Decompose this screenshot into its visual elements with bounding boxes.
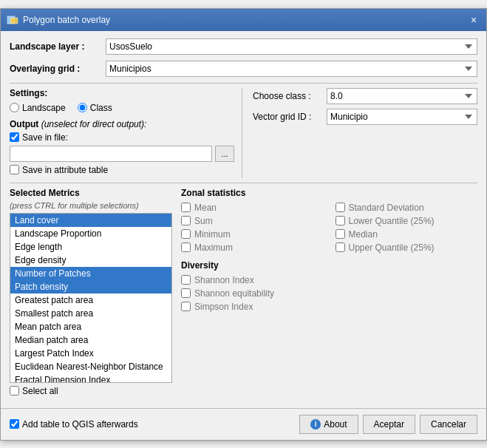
stat-label: Mean [194,203,217,213]
landscape-radio[interactable] [10,103,19,112]
bottom-bar: Add table to QGIS afterwards i About Ace… [1,408,486,440]
diversity-label: Simpson Index [194,302,253,312]
stat-item: Sum [181,216,324,226]
choose-class-select[interactable]: 8.0 [327,88,477,104]
landscape-layer-select[interactable]: UsosSuelo [106,38,477,55]
select-all-row: Select all [10,386,172,396]
choose-class-row: Choose class : 8.0 [253,88,477,104]
select-all-label: Select all [22,386,58,396]
stat-checkbox[interactable] [336,242,345,252]
output-label: Output (unselect for direct output): [10,119,234,129]
list-item[interactable]: Mean patch area [10,320,171,333]
file-path-input[interactable] [10,146,212,162]
stat-item: Standard Deviation [336,203,478,213]
landscape-layer-row: Landscape layer : UsosSuelo [10,38,477,55]
stat-label: Lower Quantile (25%) [349,216,435,226]
metrics-left: Selected Metrics (press CTRL for multipl… [10,188,172,396]
save-attribute-row: Save in attribute table [10,165,234,175]
save-in-file-checkbox[interactable] [10,132,19,142]
file-input-row: ... [10,146,234,162]
divider-2 [10,183,477,183]
file-row: Save in file: [10,132,234,143]
info-icon: i [310,419,321,430]
cancel-button[interactable]: Cancelar [420,415,477,434]
select-all-checkbox[interactable] [10,386,19,396]
stat-label: Sum [194,216,213,226]
class-radio-item: Class [78,103,112,113]
list-item[interactable]: Patch density [10,280,171,293]
dialog-title: Polygon batch overlay [23,15,110,25]
diversity-item: Simpson Index [181,302,477,312]
bottom-left: Add table to QGIS afterwards [10,419,138,430]
diversity-list: Shannon IndexShannon equitabilitySimpson… [181,275,477,312]
landscape-radio-item: Landscape [10,103,66,113]
overlaying-grid-label: Overlaying grid : [10,64,106,74]
diversity-checkbox[interactable] [181,302,191,311]
class-radio[interactable] [78,103,87,112]
list-item[interactable]: Number of Patches [10,267,171,280]
list-item[interactable]: Fractal Dimension Index [10,373,171,383]
stat-label: Standard Deviation [349,203,424,213]
svg-rect-1 [10,18,18,24]
choose-class-label: Choose class : [253,91,327,101]
dialog-body: Landscape layer : UsosSuelo Overlaying g… [1,31,486,404]
save-in-file-label: Save in file: [22,132,68,143]
vector-grid-select[interactable]: Municipio [327,109,477,125]
vector-grid-label: Vector grid ID : [253,112,327,122]
save-attribute-checkbox[interactable] [10,165,19,174]
stats-grid: MeanStandard DeviationSumLower Quantile … [181,203,477,253]
list-item[interactable]: Land cover [10,214,171,227]
selected-metrics-subtitle: (press CTRL for multiple selections) [10,201,172,210]
diversity-checkbox[interactable] [181,288,191,298]
stat-checkbox[interactable] [181,229,191,239]
stat-item: Median [336,229,478,240]
stat-checkbox[interactable] [336,229,345,239]
list-item[interactable]: Edge density [10,254,171,267]
settings-label: Settings: [10,88,234,98]
settings-left: Settings: Landscape Class Output (unsele… [10,88,242,178]
diversity-label: Shannon Index [194,275,254,285]
stat-item: Mean [181,203,324,213]
list-item[interactable]: Edge length [10,240,171,254]
list-item[interactable]: Smallest patch area [10,307,171,320]
stat-checkbox[interactable] [181,203,191,212]
browse-button[interactable]: ... [215,146,234,162]
landscape-radio-label: Landscape [22,103,66,113]
bottom-right: i About Aceptar Cancelar [299,415,477,434]
divider-1 [10,83,477,84]
list-item[interactable]: Median patch area [10,333,171,347]
stat-label: Median [349,229,378,240]
diversity-item: Shannon Index [181,275,477,285]
settings-section: Settings: Landscape Class Output (unsele… [10,88,477,178]
radio-group: Landscape Class [10,103,234,113]
overlaying-grid-row: Overlaying grid : Municipios [10,61,477,77]
stat-label: Upper Quantile (25%) [349,242,435,253]
overlaying-grid-select[interactable]: Municipios [106,61,477,77]
list-item[interactable]: Euclidean Nearest-Neighbor Distance [10,360,171,373]
diversity-checkbox[interactable] [181,275,191,285]
add-table-checkbox[interactable] [10,419,19,429]
list-item[interactable]: Landscape Proportion [10,227,171,240]
settings-right: Choose class : 8.0 Vector grid ID : Muni… [242,88,477,178]
landscape-layer-label: Landscape layer : [10,41,106,52]
class-radio-label: Class [90,103,112,113]
stat-checkbox[interactable] [336,203,345,212]
stat-label: Maximum [194,242,233,253]
list-item[interactable]: Greatest patch area [10,293,171,307]
diversity-item: Shannon equitability [181,288,477,299]
zonal-title: Zonal statistics [181,188,477,198]
stat-item: Lower Quantile (25%) [336,216,478,226]
metrics-list[interactable]: Land coverLandscape ProportionEdge lengt… [10,213,172,383]
about-button[interactable]: i About [299,415,358,434]
diversity-label: Shannon equitability [194,288,274,299]
accept-button[interactable]: Aceptar [363,415,415,434]
list-item[interactable]: Largest Patch Index [10,347,171,360]
vector-grid-row: Vector grid ID : Municipio [253,109,477,125]
stat-checkbox[interactable] [336,216,345,225]
stat-checkbox[interactable] [181,216,191,225]
stat-item: Upper Quantile (25%) [336,242,478,253]
dialog-icon [7,14,18,26]
stat-checkbox[interactable] [181,242,191,252]
close-button[interactable]: × [467,13,480,27]
stat-item: Maximum [181,242,324,253]
